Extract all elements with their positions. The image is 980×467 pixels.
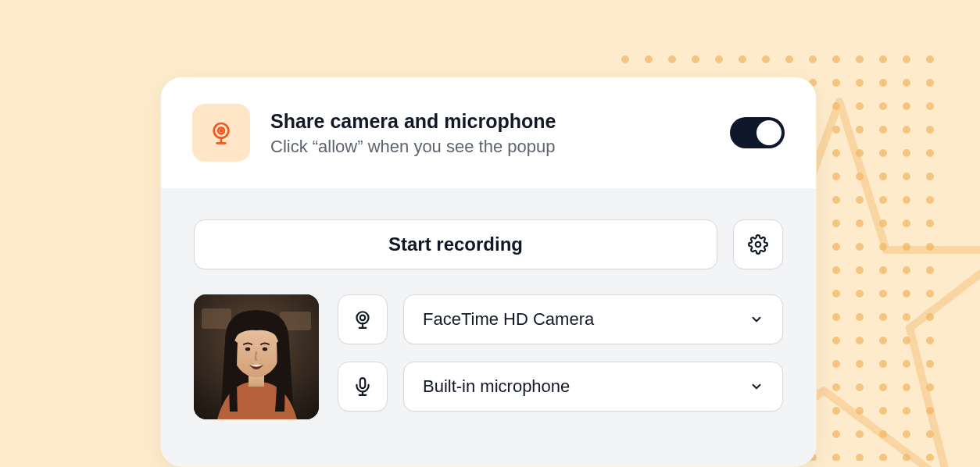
svg-point-6 xyxy=(756,242,761,248)
svg-rect-16 xyxy=(360,378,366,388)
chevron-down-icon xyxy=(749,380,764,394)
toggle-knob xyxy=(756,120,781,145)
svg-point-14 xyxy=(356,312,368,323)
camera-select-value: FaceTime HD Camera xyxy=(423,309,594,330)
header-subtitle: Click “allow” when you see the popup xyxy=(270,137,710,157)
header-text: Share camera and microphone Click “allow… xyxy=(270,109,710,158)
camera-device-button[interactable] xyxy=(338,294,388,344)
webcam-icon-tile xyxy=(192,104,250,162)
settings-button[interactable] xyxy=(733,219,783,269)
recording-setup-card: Share camera and microphone Click “allow… xyxy=(160,77,817,467)
card-header: Share camera and microphone Click “allow… xyxy=(161,77,816,188)
svg-point-12 xyxy=(245,348,250,351)
chevron-down-icon xyxy=(749,312,764,326)
microphone-select[interactable]: Built-in microphone xyxy=(403,362,783,412)
start-recording-button[interactable]: Start recording xyxy=(194,219,717,269)
share-toggle[interactable] xyxy=(730,117,785,148)
camera-select[interactable]: FaceTime HD Camera xyxy=(403,294,783,344)
svg-point-15 xyxy=(360,315,366,321)
webcam-icon xyxy=(352,309,373,330)
microphone-device-button[interactable] xyxy=(338,362,388,412)
svg-point-13 xyxy=(263,348,267,351)
microphone-select-value: Built-in microphone xyxy=(423,376,570,397)
start-recording-label: Start recording xyxy=(388,234,523,255)
card-body: Start recording xyxy=(161,188,816,466)
webcam-icon xyxy=(209,120,234,145)
camera-preview xyxy=(194,294,319,419)
svg-rect-8 xyxy=(202,308,231,329)
device-controls: FaceTime HD Camera xyxy=(338,294,783,412)
header-title: Share camera and microphone xyxy=(270,109,710,134)
gear-icon xyxy=(748,234,768,255)
microphone-icon xyxy=(352,376,373,397)
svg-point-5 xyxy=(220,130,222,131)
